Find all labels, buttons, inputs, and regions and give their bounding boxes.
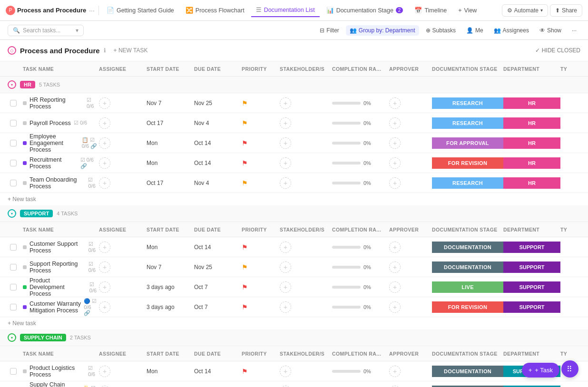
task-checkbox[interactable] [10, 368, 17, 375]
task-name-cell: Support Reporting Process ☑ 0/6 [23, 261, 99, 274]
task-dot [23, 181, 27, 185]
me-button[interactable]: 👤 Me [462, 25, 487, 36]
tab-process-flowchart[interactable]: 🔀 Process Flowchart [181, 4, 249, 17]
task-checkbox[interactable] [10, 244, 17, 251]
stakeholder-avatar: + [280, 281, 291, 293]
start-date: Mon [147, 368, 194, 375]
tab-getting-started[interactable]: 📄 Getting Started Guide [102, 4, 179, 17]
task-checkbox[interactable] [10, 120, 17, 126]
doc-stage-badge: FOR REVISION [432, 157, 503, 169]
nav-more-dots[interactable]: ··· [88, 7, 96, 14]
approver-avatar: + [389, 117, 401, 129]
start-date: Mon [147, 160, 194, 166]
group-icon: 👥 [350, 27, 357, 34]
hr-new-task[interactable]: + New task [0, 193, 588, 205]
approver-avatar: + [389, 261, 401, 273]
app-title: Process and Procedure [17, 7, 86, 14]
page-header-circle[interactable]: ○ [8, 46, 16, 55]
tab-documentation-list[interactable]: ☰ Documentation List [251, 3, 320, 17]
plus-icon: + [458, 7, 461, 14]
stakeholder-avatar: + [280, 157, 291, 169]
stakeholder-avatar: + [280, 301, 291, 313]
task-dot [23, 121, 27, 125]
support-group-toggle[interactable]: ▾ [8, 209, 16, 218]
chevron-down-icon: ▾ [11, 212, 13, 216]
task-name: Customer Warranty Mitigation Process [29, 300, 81, 314]
filter-button[interactable]: ⊟ Filter [316, 25, 343, 36]
progress-text: 0% [363, 160, 371, 166]
stakeholder-avatar: + [280, 261, 291, 273]
more-options-button[interactable]: ··· [568, 25, 580, 36]
add-task-fab[interactable]: + + Task [522, 363, 559, 377]
avatar-placeholder: + [99, 366, 110, 377]
progress-cell: 0% [332, 140, 389, 146]
col-doc-stage: DOCUMENTATION STAGE [432, 66, 503, 72]
share-button[interactable]: ⬆ Share [550, 4, 582, 17]
timeline-icon: 📅 [414, 7, 422, 14]
task-meta: ☑ 0/6 [74, 120, 87, 126]
task-checkbox[interactable] [10, 284, 17, 290]
automate-button[interactable]: ⚙ Automate ▾ [502, 4, 548, 17]
avatar-placeholder: + [99, 242, 110, 253]
col-assignee: ASSIGNEE [99, 66, 147, 72]
page-title: Process and Procedure [20, 47, 100, 55]
approver-avatar: + [389, 242, 401, 253]
task-name-cell: Product Development Process ☑ 0/6 [23, 277, 99, 297]
supply-group-toggle[interactable]: ▾ [8, 333, 16, 342]
task-checkbox[interactable] [10, 100, 17, 106]
avatar-placeholder: + [99, 261, 110, 273]
doc-stage-badge: DOCUMENTATION [432, 261, 503, 273]
dots-fab[interactable]: ⠿ [561, 360, 578, 377]
progress-cell: 0% [332, 244, 389, 250]
doc-stage-badge: DOCUMENTATION [432, 366, 503, 377]
tab-timeline[interactable]: 📅 Timeline [410, 4, 451, 17]
search-placeholder: Search tasks... [23, 27, 60, 34]
task-name-cell: Team Onboarding Process ☑ 0/6 [23, 176, 99, 190]
task-name: Recruitment Process [29, 156, 78, 170]
more-dots-icon: ··· [572, 27, 577, 34]
assignees-button[interactable]: 👥 Assignees [490, 25, 533, 36]
progress-text: 0% [363, 264, 371, 270]
support-new-task[interactable]: + New task [0, 317, 588, 329]
hr-group-toggle[interactable]: ▾ [8, 80, 16, 89]
share-icon: ⬆ [555, 7, 560, 14]
search-box[interactable]: 🔍 Search tasks... ▾ [8, 25, 84, 36]
progress-cell: 0% [332, 180, 389, 186]
priority-flag: ⚑ [242, 99, 248, 107]
supply-badge: SUPPLY CHAIN [20, 334, 66, 341]
progress-text: 0% [363, 140, 371, 146]
task-name: Supply Chain Forecasting Process [29, 381, 80, 387]
task-meta: ☑ 0/6 [88, 177, 99, 189]
task-name-cell: Customer Warranty Mitigation Process 🔵 ☑… [23, 298, 99, 316]
tab-documentation-stage[interactable]: 📊 Documentation Stage 2 [322, 4, 408, 17]
task-name: Product Logistics Process [29, 365, 85, 378]
task-checkbox[interactable] [10, 160, 17, 166]
priority-flag: ⚑ [242, 263, 248, 271]
task-checkbox[interactable] [10, 304, 17, 310]
task-checkbox[interactable] [10, 180, 17, 186]
progress-cell: 0% [332, 120, 389, 126]
task-name-cell: Recruitment Process ☑ 0/6 🔗 [23, 156, 99, 170]
due-date: Oct 14 [194, 140, 242, 146]
add-view-btn[interactable]: + View [453, 4, 481, 17]
subtasks-button[interactable]: ⊕ Subtasks [422, 25, 460, 36]
dept-badge: HR [503, 97, 560, 109]
progress-cell: 0% [332, 264, 389, 270]
group-by-button[interactable]: 👥 Group by: Department [346, 25, 419, 36]
progress-text: 0% [363, 120, 371, 126]
top-navigation: P Process and Procedure ··· 📄 Getting St… [0, 0, 588, 21]
task-checkbox[interactable] [10, 140, 17, 146]
table-row: Payroll Process ☑ 0/6 + Oct 17 Nov 4 ⚑ +… [0, 113, 588, 133]
approver-avatar: + [389, 137, 401, 149]
due-date: Oct 14 [194, 368, 242, 375]
table-row: Support Reporting Process ☑ 0/6 + Nov 7 … [0, 257, 588, 277]
task-checkbox[interactable] [10, 264, 17, 271]
new-task-button[interactable]: + NEW TASK [110, 46, 152, 55]
hide-closed-button[interactable]: ✓ HIDE CLOSED [535, 47, 580, 54]
dots-icon: ⠿ [567, 365, 573, 374]
task-dot [23, 141, 27, 145]
stakeholder-avatar: + [280, 177, 291, 189]
due-date: Oct 14 [194, 160, 242, 166]
show-button[interactable]: 👁 Show [536, 25, 565, 36]
priority-flag: ⚑ [242, 159, 248, 167]
